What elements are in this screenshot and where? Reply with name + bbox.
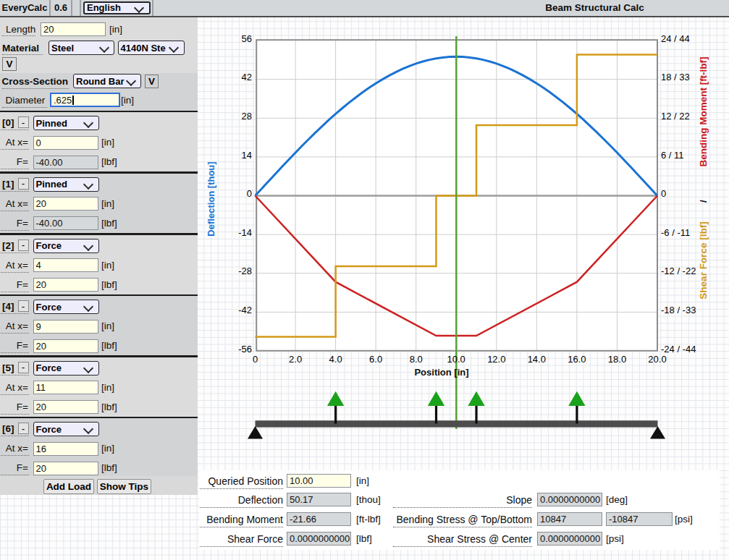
svg-text:18.0: 18.0 xyxy=(608,354,626,365)
svg-text:-14: -14 xyxy=(238,227,252,238)
svg-text:12 / 22: 12 / 22 xyxy=(661,111,690,122)
svg-text:6.0: 6.0 xyxy=(369,354,382,365)
svg-text:28: 28 xyxy=(242,111,252,122)
svg-text:6 / 11: 6 / 11 xyxy=(661,150,684,161)
svg-text:2.0: 2.0 xyxy=(289,354,302,365)
svg-text:18 / 33: 18 / 33 xyxy=(661,72,690,82)
svg-text:12.0: 12.0 xyxy=(487,354,505,365)
svg-text:10.0: 10.0 xyxy=(447,354,465,365)
svg-text:4.0: 4.0 xyxy=(329,354,342,365)
svg-text:-42: -42 xyxy=(238,305,252,315)
svg-text:-28: -28 xyxy=(238,266,252,276)
svg-text:/: / xyxy=(698,200,709,203)
svg-text:-6 / -11: -6 / -11 xyxy=(661,227,690,238)
svg-text:20.0: 20.0 xyxy=(648,354,666,365)
svg-text:-56: -56 xyxy=(238,344,252,355)
svg-text:Shear Force [lbf]: Shear Force [lbf] xyxy=(698,221,709,299)
svg-text:-12 / -22: -12 / -22 xyxy=(661,266,696,276)
svg-text:14: 14 xyxy=(242,150,252,161)
svg-text:56: 56 xyxy=(242,33,252,44)
svg-text:42: 42 xyxy=(242,72,252,82)
svg-text:0: 0 xyxy=(247,188,252,199)
svg-text:0: 0 xyxy=(253,354,258,365)
svg-text:24 / 44: 24 / 44 xyxy=(661,33,690,44)
svg-text:-24 / -44: -24 / -44 xyxy=(661,344,696,355)
svg-text:Bending Moment [ft-lbf]: Bending Moment [ft-lbf] xyxy=(698,56,709,166)
svg-text:8.0: 8.0 xyxy=(410,354,423,365)
svg-text:0: 0 xyxy=(661,188,666,199)
svg-text:14.0: 14.0 xyxy=(528,354,546,365)
svg-text:-18 / -33: -18 / -33 xyxy=(661,305,696,315)
svg-text:Position [in]: Position [in] xyxy=(414,367,468,378)
svg-text:Deflection [thou]: Deflection [thou] xyxy=(206,161,216,236)
svg-text:16.0: 16.0 xyxy=(568,354,586,365)
